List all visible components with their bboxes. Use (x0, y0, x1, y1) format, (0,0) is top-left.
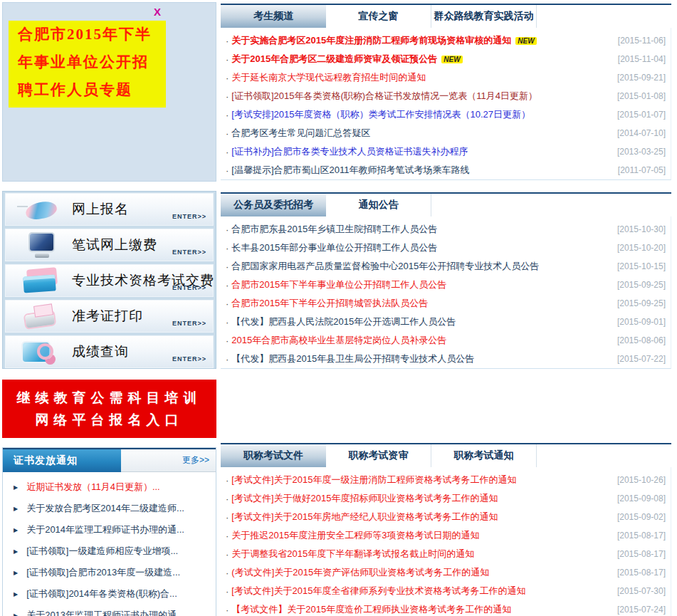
news-item: · 关于实施合肥考区2015年度注册消防工程师考前现场资格审核的通知 NEW [… (221, 31, 671, 50)
news-item: · 【考试文件】关于2015年度造价工程师执业资格考试考务工作的通知 [2015… (221, 600, 671, 616)
tab[interactable]: 宣传之窗 (326, 5, 431, 28)
news-date: [2015-07-30] (617, 586, 671, 596)
search-icon (17, 339, 63, 366)
news-title[interactable]: [考试安排]2015年度资格（职称）类考试工作安排情况表（10.27日更新） (231, 108, 530, 121)
list-item-label[interactable]: 近期证书发放（11月4日更新）... (26, 481, 160, 494)
list-item-label[interactable]: 关于2013年监理工程师证书办理的通... (26, 609, 184, 616)
news-title[interactable]: 关于实施合肥考区2015年度注册消防工程师考前现场资格审核的通知 (231, 34, 511, 47)
list-item[interactable]: ▶ [证书领取]2014年各类资格(职称)合... (3, 583, 216, 605)
special-topic-panel: X 合肥市2015年下半 年事业单位公开招 聘工作人员专题 (2, 2, 216, 182)
news-list: · 关于实施合肥考区2015年度注册消防工程师考前现场资格审核的通知 NEW [… (221, 28, 671, 180)
news-title[interactable]: 2015年合肥市高校毕业生基层特定岗位人员补录公告 (231, 334, 446, 347)
list-item-label[interactable]: [证书领取]2014年各类资格(职称)合... (26, 588, 177, 600)
bullet-icon: · (226, 73, 229, 83)
tab[interactable]: 考生频道 (221, 5, 326, 28)
monitor-icon (17, 232, 63, 259)
news-date: [2015-10-26] (617, 475, 671, 485)
tab[interactable]: 群众路线教育实践活动 (431, 5, 537, 28)
bullet-icon: · (226, 54, 229, 65)
news-title[interactable]: 关于2015年合肥考区二级建造师资审及领证预公告 (231, 53, 437, 66)
news-item: · [考试文件]关于做好2015年度招标师职业资格考试考务工作的通知 [2015… (221, 489, 671, 508)
arrow-icon: ▶ (14, 506, 18, 512)
news-date: [2015-10-30] (617, 224, 671, 234)
bullet-icon: · (226, 298, 229, 309)
news-item: · 【代发】肥西县2015年县卫生局公开招聘专业技术人员公告 [2015-07-… (221, 350, 671, 368)
enter-link[interactable]: ENTER>> (172, 320, 206, 327)
quick-link-button[interactable]: 准考证打印 ENTER>> (5, 300, 214, 333)
list-item-label[interactable]: 关于发放合肥考区2014年二级建造师... (26, 502, 184, 515)
news-date: [2014-07-10] (617, 128, 671, 138)
list-item[interactable]: ▶ [证书领取]合肥市2013年度一级建造... (3, 562, 216, 583)
news-item: · 关于推迟2015年度注册安全工程师等3项资格考试日期的通知 [2015-08… (221, 526, 671, 545)
tab[interactable]: 通知公告 (326, 194, 431, 216)
news-title[interactable]: 合肥国家家用电器产品质量监督检验中心2015年公开招聘专业技术人员公告 (231, 260, 539, 273)
enter-link[interactable]: ENTER>> (172, 284, 206, 291)
close-icon[interactable]: X (154, 6, 161, 18)
news-item: · 关于调整我省2015年度下半年翻译考试报名截止时间的通知 [2015-08-… (221, 545, 671, 563)
news-title[interactable]: [考试文件]关于2015年房地产经纪人职业资格考试考务工作的通知 (231, 511, 498, 523)
news-date: [2015-10-15] (617, 261, 671, 271)
news-date: [2015-09-02] (617, 512, 671, 522)
news-title[interactable]: [考试文件]关于2015年度一级注册消防工程师资格考试考务工作的通知 (231, 474, 516, 486)
news-title[interactable]: 合肥市2015年下半年事业单位公开招聘工作人员公告 (231, 278, 446, 291)
candidate-channel-panel: 考生频道 宣传之窗 群众路线教育实践活动 · 关于实施合肥考区2015年度注册消… (221, 4, 671, 180)
arrow-icon: ▶ (14, 548, 18, 555)
quick-link-button[interactable]: 成绩查询 ENTER>> (5, 335, 214, 368)
news-item: · [考试文件]关于2015年房地产经纪人职业资格考试考务工作的通知 [2015… (221, 508, 671, 526)
quick-link-button[interactable]: 笔试网上缴费 ENTER>> (5, 229, 214, 261)
enter-link[interactable]: ENTER>> (172, 213, 206, 220)
news-title[interactable]: 【代发】肥西县人民法院2015年公开选调工作人员公告 (231, 315, 456, 328)
quick-link-button[interactable]: 专业技术资格考试交费 ENTER>> (5, 264, 214, 297)
news-date: [2015-11-06] (618, 36, 671, 46)
news-title[interactable]: 合肥市肥东县2015年乡镇卫生院招聘工作人员公告 (231, 223, 437, 236)
news-date: [2015-01-08] (617, 91, 671, 101)
tab[interactable]: 职称考试通知 (431, 444, 537, 467)
news-title[interactable]: 关于调整我省2015年度下半年翻译考试报名截止时间的通知 (231, 548, 474, 560)
list-item[interactable]: ▶ 关于发放合肥考区2014年二级建造师... (3, 498, 216, 519)
news-title[interactable]: [考试文件]关于2015年度全省律师系列专业技术资格考试考务工作的通知 (231, 585, 525, 597)
more-link[interactable]: 更多>> (182, 454, 209, 466)
list-item-label[interactable]: 关于2014年监理工程师证书办理的通... (26, 523, 184, 536)
news-title[interactable]: [考试文件]关于做好2015年度招标师职业资格考试考务工作的通知 (231, 492, 498, 505)
bullet-icon: · (226, 568, 229, 578)
news-item: · (考试文件]关于2015年资产评估师职业资格考试考务工作的通知 [2015-… (221, 563, 671, 582)
news-title[interactable]: [温馨提示]合肥市蜀山区2011年教师招考笔试考场乘车路线 (231, 164, 469, 177)
list-item[interactable]: ▶ 关于2014年监理工程师证书办理的通... (3, 519, 216, 541)
news-title[interactable]: 长丰县2015年部分事业单位公开招聘工作人员公告 (231, 241, 437, 254)
enter-link[interactable]: ENTER>> (172, 355, 206, 362)
news-date: [2015-08-06] (617, 335, 671, 345)
tab[interactable]: 职称考试文件 (221, 444, 326, 467)
enter-link[interactable]: ENTER>> (172, 249, 206, 256)
list-item[interactable]: ▶ 近期证书发放（11月4日更新）... (3, 476, 216, 498)
continuing-education-banner[interactable]: 继续教育公需科目培训 网络平台报名入口 (2, 380, 216, 438)
banner-line: 继续教育公需科目培训 (17, 387, 202, 409)
tab[interactable]: 职称考试资审 (326, 444, 431, 467)
news-item: · 关于2015年合肥考区二级建造师资审及领证预公告 NEW [2015-11-… (221, 50, 671, 68)
news-title[interactable]: 【考试文件】关于2015年度造价工程师执业资格考试考务工作的通知 (231, 603, 511, 616)
news-title[interactable]: (考试文件]关于2015年资产评估师职业资格考试考务工作的通知 (231, 566, 489, 579)
arrow-icon: ▶ (14, 570, 18, 576)
news-title[interactable]: 合肥市2015年下半年公开招聘城管执法队员公告 (231, 297, 428, 310)
quick-link-label: 笔试网上缴费 (72, 236, 157, 254)
quick-link-button[interactable]: 网上报名 ENTER>> (5, 193, 214, 226)
list-item-label[interactable]: [证书领取]合肥市2013年度一级建造... (26, 566, 180, 579)
news-title[interactable]: 关于推迟2015年度注册安全工程师等3项资格考试日期的通知 (231, 529, 479, 542)
quick-link-label: 成绩查询 (72, 343, 129, 361)
news-date: [2015-09-25] (617, 298, 671, 308)
news-title[interactable]: 合肥考区考生常见问题汇总答疑区 (231, 127, 370, 140)
list-item[interactable]: ▶ [证书领取]一级建造师相应专业增项... (3, 541, 216, 562)
bullet-icon: · (226, 261, 229, 272)
list-item-label[interactable]: [证书领取]一级建造师相应专业增项... (26, 545, 178, 558)
quick-link-label: 网上报名 (72, 200, 129, 219)
news-title[interactable]: 关于延长南京大学现代远程教育招生时间的通知 (231, 71, 426, 84)
special-topic-banner[interactable]: 合肥市2015年下半 年事业单位公开招 聘工作人员专题 (9, 21, 166, 108)
news-title[interactable]: [证书领取]2015年各类资格(职称)合格证书发放情况一览表（11月4日更新） (231, 90, 537, 103)
news-title[interactable]: [证书补办]合肥市各类专业技术人员资格证书遗失补办程序 (231, 145, 468, 158)
bullet-icon: · (226, 224, 229, 235)
tab[interactable]: 公务员及委托招考 (221, 194, 326, 216)
news-date: [2015-09-01] (617, 317, 671, 327)
list-item[interactable]: ▶ 关于2013年监理工程师证书办理的通... (3, 605, 216, 616)
news-title[interactable]: 【代发】肥西县2015年县卫生局公开招聘专业技术人员公告 (231, 353, 474, 365)
bullet-icon: · (226, 110, 229, 120)
news-item: · 2015年合肥市高校毕业生基层特定岗位人员补录公告 [2015-08-06] (221, 331, 671, 350)
